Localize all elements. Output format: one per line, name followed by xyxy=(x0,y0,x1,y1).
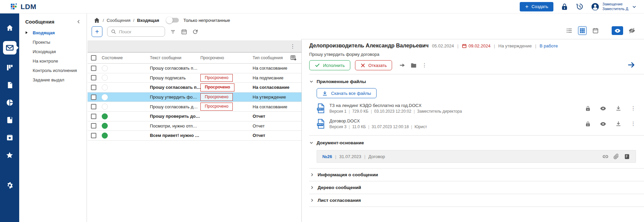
home-icon[interactable] xyxy=(3,24,17,32)
table-row-selected[interactable]: Прошу утвердить фо… Просрочено На утверж… xyxy=(88,92,301,102)
execute-button[interactable]: Исполнить xyxy=(309,60,350,70)
plus-icon: + xyxy=(525,4,528,9)
row-checkbox[interactable] xyxy=(91,95,96,100)
section-approval-sheet[interactable]: Лист согласования xyxy=(309,194,644,207)
list-toolbar: + xyxy=(87,24,301,39)
message-type: На утверждение xyxy=(253,95,301,100)
grid-view-icon[interactable] xyxy=(578,26,587,35)
file-name[interactable]: ТЗ на лендинг КЭДО бесплатно на год.DOCX xyxy=(329,103,581,108)
decline-button[interactable]: Отказать xyxy=(355,60,392,70)
due-date: 09.02.2024 xyxy=(469,43,490,48)
settings-icon[interactable] xyxy=(3,181,17,190)
decline-button-label: Отказать xyxy=(368,63,387,68)
forward-icon[interactable] xyxy=(399,62,406,69)
document-card-icon[interactable] xyxy=(624,153,630,160)
table-row[interactable]: Прошу подписать Просрочено На подписание xyxy=(88,73,301,83)
sidebar-item-label: Задание выдал xyxy=(33,77,64,82)
column-header-text[interactable]: Текст сообщени xyxy=(150,56,200,60)
table-row[interactable]: Посмотри, нужно отп… Отчет xyxy=(88,121,301,131)
breadcrumb-item-messages[interactable]: Сообщения xyxy=(107,18,131,23)
table-row[interactable]: Прошу согласовать п… Просрочено На согла… xyxy=(88,83,301,92)
preview-off-icon[interactable] xyxy=(628,27,636,35)
sidebar-item-execution-control[interactable]: Контроль исполнения xyxy=(19,66,87,75)
table-row[interactable]: Всем привет! нужно … Отчет xyxy=(88,131,301,141)
open-fullscreen-arrow-icon[interactable] xyxy=(627,61,635,69)
lock-icon[interactable] xyxy=(585,121,591,127)
section-basis-header[interactable]: Документ-основание xyxy=(309,140,644,145)
section-message-info[interactable]: Информация о сообщении xyxy=(309,169,644,181)
table-row[interactable]: Прошу проверить до… Отчет xyxy=(88,112,301,121)
basis-doc-type: Договор xyxy=(368,154,385,159)
refresh-icon[interactable] xyxy=(192,29,198,35)
paperclip-icon[interactable] xyxy=(613,154,619,159)
column-header-overdue[interactable]: Просрочено xyxy=(200,56,253,60)
sidebar-item-projects[interactable]: Проекты xyxy=(19,37,87,47)
table-menu-kebab-icon[interactable]: ⋮ xyxy=(290,44,295,49)
list-view-icon[interactable] xyxy=(565,27,573,35)
row-checkbox[interactable] xyxy=(91,66,96,71)
state-dot xyxy=(102,94,108,100)
link-icon[interactable] xyxy=(602,153,609,160)
table-row[interactable]: Прошу согласовать д… Просрочено На согла… xyxy=(88,102,301,112)
overdue-badge: Просрочено xyxy=(200,93,233,101)
preview-on-icon[interactable] xyxy=(612,26,623,35)
row-checkbox[interactable] xyxy=(91,114,96,119)
eye-icon[interactable] xyxy=(600,121,606,127)
history-icon[interactable] xyxy=(576,3,583,10)
unread-only-toggle[interactable] xyxy=(167,18,179,23)
folder-icon[interactable] xyxy=(410,62,417,69)
more-actions-kebab-icon[interactable]: ⋮ xyxy=(422,63,427,68)
download-all-button[interactable]: Скачать все файлы xyxy=(317,88,377,98)
star-icon[interactable] xyxy=(3,151,17,159)
column-settings-icon[interactable] xyxy=(286,54,301,61)
document-icon[interactable] xyxy=(3,81,17,89)
pie-chart-icon[interactable] xyxy=(3,98,17,107)
table-row[interactable]: Прошу согласовать п… На согласование xyxy=(88,64,301,73)
sidebar-collapse-button[interactable] xyxy=(76,19,81,24)
create-button[interactable]: + Создать xyxy=(520,2,553,11)
section-attachments-header[interactable]: Приложенные файлы xyxy=(309,79,644,84)
sidebar-item-inbox[interactable]: Входящая xyxy=(19,28,87,37)
row-checkbox[interactable] xyxy=(91,75,96,80)
sidebar-item-on-control[interactable]: На контроле xyxy=(19,56,87,66)
add-message-button[interactable]: + xyxy=(92,26,102,37)
sidebar-item-task-issued[interactable]: Задание выдал xyxy=(19,75,87,84)
breadcrumb-home-icon[interactable] xyxy=(94,17,100,24)
column-header-state[interactable]: Состояние xyxy=(101,56,150,60)
message-text: Прошу согласовать д… xyxy=(150,104,200,109)
file-menu-kebab-icon[interactable]: ⋮ xyxy=(631,106,636,111)
book-icon[interactable] xyxy=(3,116,17,124)
attachment-row[interactable]: DOCX ТЗ на лендинг КЭДО бесплатно на год… xyxy=(317,103,636,114)
table-header: Состояние Текст сообщени Просрочено Тип … xyxy=(88,52,301,64)
lock-icon[interactable] xyxy=(585,106,591,111)
select-all-checkbox[interactable] xyxy=(91,55,96,61)
nav-rail xyxy=(0,13,19,222)
avatar xyxy=(591,2,600,11)
column-header-type[interactable]: Тип сообщения xyxy=(253,56,286,60)
section-message-tree[interactable]: Дерево сообщений xyxy=(309,181,644,194)
file-actions: ⋮ xyxy=(585,121,636,127)
filter-icon[interactable] xyxy=(170,29,176,35)
mail-icon[interactable] xyxy=(3,41,17,54)
calendar-view-icon[interactable] xyxy=(591,27,600,35)
lock-icon[interactable] xyxy=(561,3,568,10)
eye-icon[interactable] xyxy=(600,105,606,112)
kanban-icon[interactable] xyxy=(3,63,17,72)
row-checkbox[interactable] xyxy=(91,123,96,128)
row-checkbox[interactable] xyxy=(91,85,96,90)
file-name[interactable]: Договор.DOCX xyxy=(329,118,581,123)
user-menu[interactable]: Замещение Заместитель Д. xyxy=(591,2,637,11)
download-icon[interactable] xyxy=(615,121,621,127)
download-icon[interactable] xyxy=(615,105,621,111)
basis-document-row[interactable]: №26 | 31.07.2023 | Договор xyxy=(317,150,636,163)
row-checkbox[interactable] xyxy=(91,104,96,109)
archive-icon[interactable] xyxy=(3,133,17,142)
app-logo[interactable]: LDM xyxy=(10,3,36,11)
calendar-icon[interactable] xyxy=(181,29,187,35)
search-input[interactable] xyxy=(119,29,156,34)
file-menu-kebab-icon[interactable]: ⋮ xyxy=(631,121,636,126)
row-checkbox[interactable] xyxy=(91,133,96,138)
sidebar-item-outbox[interactable]: Исходящая xyxy=(19,47,87,56)
attachment-row[interactable]: DOCX Договор.DOCX Версия 3|11.0 КБ|31.07… xyxy=(317,118,636,129)
basis-doc-number[interactable]: №26 xyxy=(322,154,332,159)
